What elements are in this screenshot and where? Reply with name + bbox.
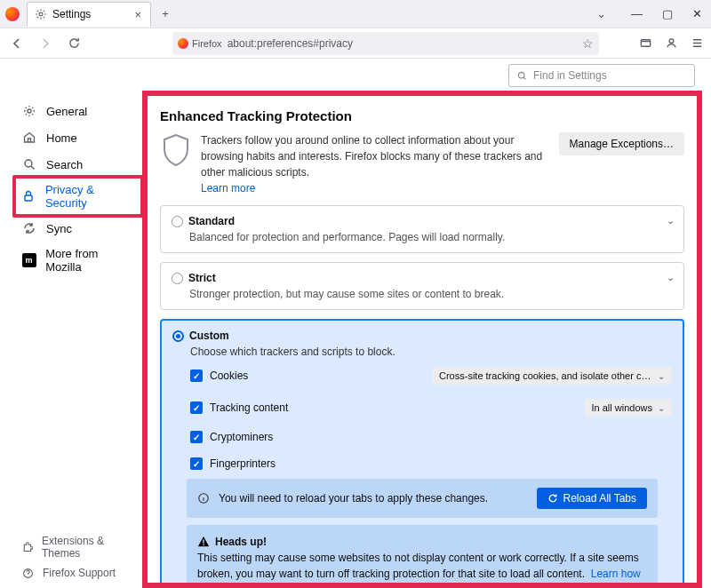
radio-strict[interactable]: [172, 273, 183, 284]
heads-up-body: This setting may cause some websites to …: [197, 552, 639, 580]
back-button[interactable]: [7, 34, 27, 53]
shield-icon: [160, 132, 192, 168]
etp-intro-text: Trackers follow you around online to col…: [201, 134, 542, 179]
help-icon: [21, 567, 34, 579]
sidebar-item-search[interactable]: Search: [0, 151, 142, 178]
tabs-dropdown-icon[interactable]: ⌄: [596, 7, 606, 20]
dropdown-value: Cross-site tracking cookies, and isolate…: [439, 370, 652, 381]
new-tab-button[interactable]: +: [155, 4, 176, 25]
sidebar-item-label: Sync: [46, 222, 72, 235]
checkbox-tracking-content[interactable]: ✓: [190, 401, 203, 414]
etp-option-strict[interactable]: ⌄ Strict Stronger protection, but may ca…: [160, 262, 684, 310]
chevron-down-icon: ⌄: [658, 403, 665, 413]
reload-button-label: Reload All Tabs: [563, 492, 637, 505]
firefox-mini-logo-icon: [178, 38, 188, 49]
svg-rect-9: [203, 539, 204, 543]
settings-main: Find in Settings Enhanced Tracking Prote…: [142, 59, 711, 588]
svg-rect-10: [203, 544, 204, 545]
etp-header-row: Trackers follow you around online to col…: [160, 132, 684, 196]
option-desc: Balanced for protection and performance.…: [189, 231, 673, 243]
checkbox-fingerprinters[interactable]: ✓: [190, 457, 203, 470]
sidebar-item-label: Firefox Support: [43, 567, 116, 579]
window-close-icon[interactable]: ✕: [692, 7, 702, 20]
svg-rect-1: [641, 40, 650, 47]
checkbox-label: Cryptominers: [210, 431, 273, 443]
svg-rect-5: [25, 195, 32, 201]
checkbox-cookies[interactable]: ✓: [190, 369, 203, 382]
sidebar-item-privacy[interactable]: Privacy & Security: [0, 178, 142, 215]
option-title: Custom: [189, 330, 229, 342]
checkbox-label: Fingerprinters: [210, 457, 276, 470]
app-menu-icon[interactable]: [691, 36, 704, 50]
window-restore-icon[interactable]: ▢: [662, 7, 673, 20]
content-area: General Home Search Privacy & Security: [0, 59, 711, 588]
gear-icon: [35, 8, 47, 20]
tracking-content-dropdown[interactable]: In all windows ⌄: [585, 399, 672, 417]
sidebar-item-home[interactable]: Home: [0, 124, 142, 151]
svg-point-3: [28, 109, 31, 113]
section-heading: Enhanced Tracking Protection: [160, 108, 684, 123]
chevron-down-icon[interactable]: ⌄: [667, 215, 675, 226]
etp-intro: Trackers follow you around online to col…: [201, 132, 550, 196]
custom-row-cookies: ✓ Cookies Cross-site tracking cookies, a…: [190, 367, 672, 385]
url-bar[interactable]: Firefox about:preferences#privacy ☆: [172, 32, 599, 55]
option-desc: Stronger protection, but may cause some …: [189, 288, 673, 300]
bookmark-star-icon[interactable]: ☆: [582, 36, 594, 51]
dropdown-value: In all windows: [592, 402, 652, 413]
manage-exceptions-button[interactable]: Manage Exceptions…: [559, 132, 684, 155]
sidebar-item-general[interactable]: General: [0, 98, 142, 124]
custom-row-cryptominers: ✓ Cryptominers: [190, 431, 672, 443]
sidebar-item-support[interactable]: Firefox Support: [0, 563, 142, 583]
sidebar-item-extensions[interactable]: Extensions & Themes: [0, 531, 142, 563]
find-in-settings-input[interactable]: Find in Settings: [508, 64, 695, 87]
reload-notice-panel: You will need to reload your tabs to app…: [187, 479, 658, 518]
radio-standard[interactable]: [172, 216, 183, 227]
option-title: Standard: [188, 215, 235, 227]
identity-box[interactable]: Firefox: [178, 38, 222, 49]
window-minimize-icon[interactable]: —: [631, 7, 643, 20]
checkbox-label: Tracking content: [210, 401, 288, 414]
tab-close-icon[interactable]: ×: [132, 8, 143, 21]
info-icon: [197, 492, 210, 505]
find-placeholder: Find in Settings: [533, 69, 607, 82]
reload-all-tabs-button[interactable]: Reload All Tabs: [537, 488, 648, 509]
svg-point-2: [669, 39, 674, 44]
firefox-logo-icon: [5, 7, 20, 21]
radio-custom[interactable]: [172, 330, 184, 342]
browser-tab[interactable]: Settings ×: [27, 2, 151, 27]
svg-point-7: [518, 72, 524, 78]
tab-title: Settings: [52, 8, 127, 20]
learn-how-link[interactable]: Learn how: [591, 568, 641, 580]
etp-option-standard[interactable]: ⌄ Standard Balanced for protection and p…: [160, 205, 684, 253]
forward-button[interactable]: [36, 34, 55, 53]
heads-up-panel: Heads up! This setting may cause some we…: [187, 525, 658, 588]
mozilla-icon: m: [21, 252, 36, 268]
settings-sidebar: General Home Search Privacy & Security: [0, 59, 142, 588]
sidebar-item-sync[interactable]: Sync: [0, 215, 142, 242]
chevron-down-icon[interactable]: ⌄: [667, 272, 675, 283]
sidebar-item-more-from-mozilla[interactable]: m More from Mozilla: [0, 242, 142, 279]
nav-toolbar: Firefox about:preferences#privacy ☆: [0, 28, 711, 59]
reload-notice-text: You will need to reload your tabs to app…: [219, 492, 528, 505]
svg-point-4: [25, 160, 32, 167]
lock-icon: [21, 188, 36, 204]
downloads-icon[interactable]: [639, 36, 652, 50]
account-icon[interactable]: [665, 36, 678, 50]
sync-icon: [21, 220, 37, 236]
gear-icon: [21, 103, 37, 119]
checkbox-cryptominers[interactable]: ✓: [190, 431, 203, 443]
cookies-dropdown[interactable]: Cross-site tracking cookies, and isolate…: [432, 367, 672, 385]
sidebar-item-label: Home: [46, 131, 77, 145]
tab-strip: Settings × + ⌄ — ▢ ✕: [0, 0, 711, 28]
etp-learn-more-link[interactable]: Learn more: [201, 182, 255, 195]
reload-button[interactable]: [64, 34, 84, 53]
puzzle-icon: [21, 541, 33, 553]
option-title: Strict: [188, 272, 216, 284]
chevron-down-icon: ⌄: [658, 371, 665, 381]
option-desc: Choose which trackers and scripts to blo…: [190, 346, 672, 358]
sidebar-item-label: More from Mozilla: [45, 247, 133, 274]
sidebar-footer: Extensions & Themes Firefox Support: [0, 531, 142, 583]
window-controls: ⌄ — ▢ ✕: [596, 7, 711, 20]
etp-option-custom: Custom Choose which trackers and scripts…: [160, 319, 684, 588]
sidebar-item-label: Extensions & Themes: [42, 535, 133, 560]
